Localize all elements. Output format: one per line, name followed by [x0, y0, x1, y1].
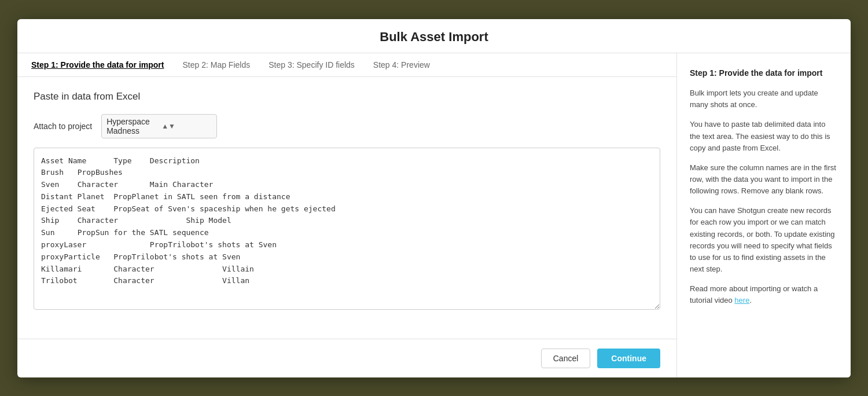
- sidebar-para-2: You have to paste tab delimited data int…: [690, 119, 838, 153]
- continue-button[interactable]: Continue: [597, 349, 660, 368]
- project-name: Hyperspace Madness: [106, 117, 157, 135]
- attach-row: Attach to project Hyperspace Madness ▲▼: [34, 114, 660, 138]
- section-title: Paste in data from Excel: [34, 91, 660, 102]
- project-select[interactable]: Hyperspace Madness ▲▼: [101, 114, 217, 138]
- steps-nav: Step 1: Provide the data for import Step…: [17, 53, 676, 77]
- modal-container: Bulk Asset Import Step 1: Provide the da…: [17, 19, 851, 377]
- sidebar-para-3: Make sure the column names are in the fi…: [690, 162, 838, 197]
- sidebar-para-5: Read more about importing or watch a tut…: [690, 283, 838, 306]
- data-textarea[interactable]: Asset Name Type Description Brush PropBu…: [34, 148, 660, 310]
- main-panel: Step 1: Provide the data for import Step…: [17, 53, 677, 377]
- modal-body: Step 1: Provide the data for import Step…: [17, 53, 851, 377]
- footer-actions: Cancel Continue: [17, 339, 676, 377]
- tab-step3[interactable]: Step 3: Specify ID fields: [269, 60, 355, 69]
- tab-step2[interactable]: Step 2: Map Fields: [182, 60, 250, 69]
- here-link[interactable]: here: [734, 296, 749, 305]
- sidebar-para-1: Bulk import lets you create and update m…: [690, 87, 838, 111]
- attach-label: Attach to project: [34, 122, 92, 131]
- tab-step1[interactable]: Step 1: Provide the data for import: [31, 60, 164, 69]
- chevron-down-icon: ▲▼: [161, 122, 212, 130]
- sidebar-para-4: You can have Shotgun create new records …: [690, 205, 838, 275]
- modal-header: Bulk Asset Import: [17, 19, 851, 53]
- modal-title: Bulk Asset Import: [31, 30, 837, 45]
- sidebar-title: Step 1: Provide the data for import: [690, 67, 838, 80]
- tab-step4[interactable]: Step 4: Preview: [373, 60, 430, 69]
- cancel-button[interactable]: Cancel: [541, 349, 591, 368]
- side-panel: Step 1: Provide the data for import Bulk…: [677, 53, 851, 377]
- content-area: Paste in data from Excel Attach to proje…: [17, 77, 676, 339]
